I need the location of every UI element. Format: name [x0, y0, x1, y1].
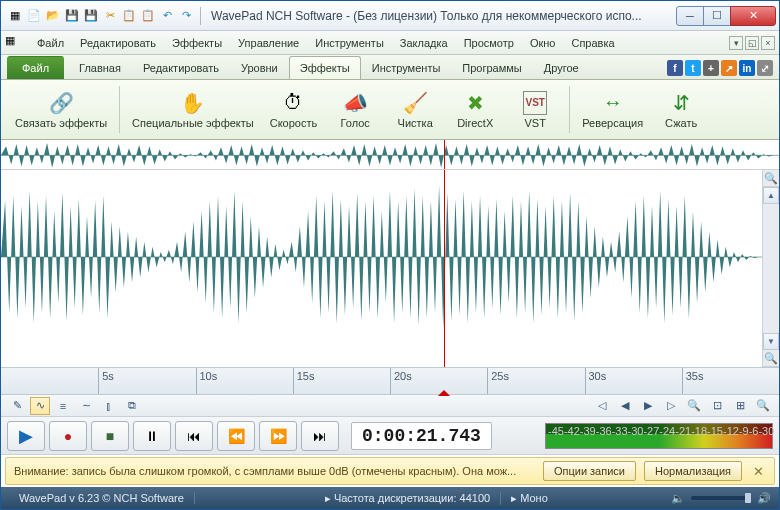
maximize-button[interactable]: ☐	[703, 6, 731, 26]
menu-edit[interactable]: Редактировать	[72, 34, 164, 52]
hscroll-left-icon[interactable]: ◀	[615, 397, 635, 415]
cleanup-button[interactable]: 🧹Чистка	[387, 82, 443, 137]
tab-edit[interactable]: Редактировать	[132, 56, 230, 79]
menu-effects[interactable]: Эффекты	[164, 34, 230, 52]
record-button[interactable]: ●	[49, 421, 87, 451]
hscroll-end-icon[interactable]: ▷	[661, 397, 681, 415]
warning-close-icon[interactable]: ✕	[750, 464, 766, 479]
minimize-ribbon-icon[interactable]: ▾	[729, 36, 743, 50]
go-end-button[interactable]: ⏭	[301, 421, 339, 451]
record-options-button[interactable]: Опции записи	[543, 461, 636, 481]
spectral-view-icon[interactable]: ≡	[53, 397, 73, 415]
normalize-button[interactable]: Нормализация	[644, 461, 742, 481]
ruler-tick: 20s	[390, 368, 412, 394]
level-view-icon[interactable]: ⫿	[99, 397, 119, 415]
tab-effects[interactable]: Эффекты	[289, 56, 361, 79]
vertical-scrollbar[interactable]: 🔍 ▲ ▼ 🔍	[762, 170, 779, 367]
plus-icon[interactable]: +	[703, 60, 719, 76]
menu-help[interactable]: Справка	[563, 34, 622, 52]
directx-button[interactable]: ✖DirectX	[447, 82, 503, 137]
hscroll-start-icon[interactable]: ◁	[592, 397, 612, 415]
speaker-low-icon[interactable]: 🔈	[671, 492, 685, 505]
window-title: WavePad NCH Software - (Без лицензии) То…	[207, 9, 677, 23]
scroll-down-icon[interactable]: ▼	[763, 333, 779, 350]
share-icon[interactable]: ↗	[721, 60, 737, 76]
slider-thumb[interactable]	[745, 493, 751, 503]
go-start-button[interactable]: ⏮	[175, 421, 213, 451]
zoom-out-h-icon[interactable]: 🔍	[684, 397, 704, 415]
speed-button[interactable]: ⏱Скорость	[264, 82, 324, 137]
menu-file[interactable]: Файл	[29, 34, 72, 52]
forward-button[interactable]: ⏩	[259, 421, 297, 451]
rewind-button[interactable]: ⏪	[217, 421, 255, 451]
paste-icon[interactable]: 📋	[140, 8, 156, 24]
special-effects-button[interactable]: ✋Специальные эффекты	[126, 82, 260, 137]
redo-icon[interactable]: ↷	[178, 8, 194, 24]
transport-bar: ▶ ● ■ ⏸ ⏮ ⏪ ⏩ ⏭ 0:00:21.743 -45-42-39-36…	[1, 417, 779, 455]
tab-other[interactable]: Другое	[533, 56, 590, 79]
menu-tools[interactable]: Инструменты	[307, 34, 392, 52]
zoom-in-h-icon[interactable]: 🔍	[753, 397, 773, 415]
tab-levels[interactable]: Уровни	[230, 56, 289, 79]
hscroll-right-icon[interactable]: ▶	[638, 397, 658, 415]
open-icon[interactable]: 📂	[45, 8, 61, 24]
linkedin-icon[interactable]: in	[739, 60, 755, 76]
separator	[569, 86, 570, 133]
vst-button[interactable]: VSTVST	[507, 82, 563, 137]
playhead[interactable]	[444, 170, 445, 367]
cut-icon[interactable]: ✂	[102, 8, 118, 24]
play-button[interactable]: ▶	[7, 421, 45, 451]
voice-button[interactable]: 📣Голос	[327, 82, 383, 137]
twitter-icon[interactable]: t	[685, 60, 701, 76]
ribbon-panel: 🔗Связать эффекты ✋Специальные эффекты ⏱С…	[1, 80, 779, 140]
menu-window[interactable]: Окно	[522, 34, 564, 52]
compress-button[interactable]: ⇵Сжать	[653, 82, 709, 137]
expand-icon[interactable]: ⤢	[757, 60, 773, 76]
scroll-track[interactable]	[763, 204, 779, 333]
waveform-overview[interactable]	[1, 140, 779, 170]
stereo-view-icon[interactable]: ⧉	[122, 397, 142, 415]
save-all-icon[interactable]: 💾	[83, 8, 99, 24]
warning-text: Внимание: запись была слишком громкой, с…	[14, 465, 535, 477]
volume-slider[interactable]	[691, 496, 751, 500]
social-icons: f t + ↗ in ⤢	[667, 60, 773, 79]
zoom-in-icon[interactable]: 🔍	[763, 170, 779, 187]
minimize-button[interactable]: ─	[676, 6, 704, 26]
waveform-view-icon[interactable]: ∿	[30, 397, 50, 415]
waveform-main[interactable]: 🔍 ▲ ▼ 🔍	[1, 170, 779, 367]
zoom-fit-icon[interactable]: ⊞	[730, 397, 750, 415]
reverse-button[interactable]: ↔Реверсация	[576, 82, 649, 137]
restore-icon[interactable]: ◱	[745, 36, 759, 50]
playhead-marker[interactable]	[438, 384, 450, 396]
tab-programs[interactable]: Программы	[451, 56, 532, 79]
scroll-up-icon[interactable]: ▲	[763, 187, 779, 204]
menu-bookmark[interactable]: Закладка	[392, 34, 456, 52]
menu-control[interactable]: Управление	[230, 34, 307, 52]
stop-button[interactable]: ■	[91, 421, 129, 451]
overview-playhead[interactable]	[444, 140, 445, 169]
freq-view-icon[interactable]: ∼	[76, 397, 96, 415]
tab-main[interactable]: Главная	[68, 56, 132, 79]
tab-file[interactable]: Файл	[7, 56, 64, 79]
app-menu-icon[interactable]: ▦	[5, 34, 23, 52]
facebook-icon[interactable]: f	[667, 60, 683, 76]
copy-icon[interactable]: 📋	[121, 8, 137, 24]
broom-icon: 🧹	[403, 91, 427, 115]
close-button[interactable]: ✕	[730, 6, 776, 26]
zoom-out-icon[interactable]: 🔍	[763, 350, 779, 367]
pause-button[interactable]: ⏸	[133, 421, 171, 451]
ribbon-tabs: Файл Главная Редактировать Уровни Эффект…	[1, 55, 779, 80]
stopwatch-icon: ⏱	[281, 91, 305, 115]
undo-icon[interactable]: ↶	[159, 8, 175, 24]
zoom-selection-icon[interactable]: ⊡	[707, 397, 727, 415]
menu-view[interactable]: Просмотр	[456, 34, 522, 52]
overview-wave	[1, 140, 779, 170]
tab-tools[interactable]: Инструменты	[361, 56, 452, 79]
speaker-high-icon[interactable]: 🔊	[757, 492, 771, 505]
close-doc-icon[interactable]: ×	[761, 36, 775, 50]
link-effects-button[interactable]: 🔗Связать эффекты	[9, 82, 113, 137]
cursor-tool-icon[interactable]: ✎	[7, 397, 27, 415]
save-icon[interactable]: 💾	[64, 8, 80, 24]
new-icon[interactable]: 📄	[26, 8, 42, 24]
time-ruler[interactable]: 5s 10s 15s 20s 25s 30s 35s	[1, 367, 779, 395]
